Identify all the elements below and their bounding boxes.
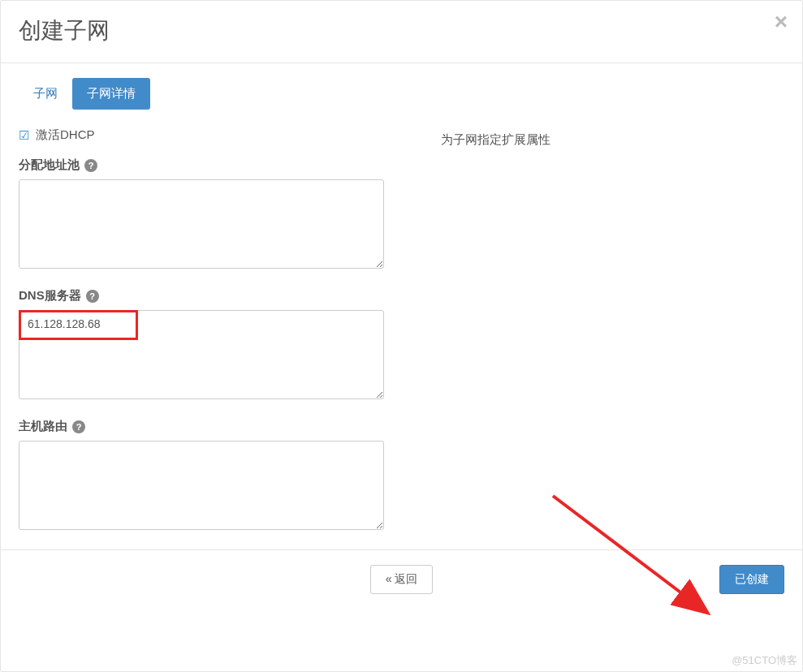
pool-label: 分配地址池 ? bbox=[19, 157, 417, 173]
form-right-column: 为子网指定扩展属性 bbox=[417, 127, 784, 549]
routes-label: 主机路由 ? bbox=[19, 419, 417, 434]
content-grid: ☑ 激活DHCP 分配地址池 ? DNS服务器 ? 主机路由 bbox=[19, 127, 784, 549]
dhcp-label: 激活DHCP bbox=[36, 127, 95, 143]
form-left-column: ☑ 激活DHCP 分配地址池 ? DNS服务器 ? 主机路由 bbox=[19, 127, 417, 549]
modal-footer: « 返回 已创建 bbox=[1, 549, 802, 609]
address-pool-textarea[interactable] bbox=[19, 179, 384, 269]
help-icon[interactable]: ? bbox=[86, 290, 99, 303]
tab-subnet[interactable]: 子网 bbox=[19, 78, 72, 110]
create-button[interactable]: 已创建 bbox=[719, 565, 784, 594]
dhcp-checkbox-row[interactable]: ☑ 激活DHCP bbox=[19, 127, 417, 143]
modal-body: 子网 子网详情 ☑ 激活DHCP 分配地址池 ? DNS服务器 ? bbox=[1, 63, 802, 549]
checkbox-checked-icon: ☑ bbox=[19, 128, 29, 143]
back-button[interactable]: « 返回 bbox=[370, 565, 434, 594]
dns-servers-textarea[interactable] bbox=[19, 310, 384, 399]
tab-subnet-details[interactable]: 子网详情 bbox=[72, 78, 150, 110]
help-icon[interactable]: ? bbox=[72, 420, 85, 433]
modal-title: 创建子网 bbox=[19, 15, 784, 46]
create-subnet-modal: 创建子网 × 子网 子网详情 ☑ 激活DHCP 分配地址池 ? DNS服务器 bbox=[0, 0, 803, 672]
help-icon[interactable]: ? bbox=[84, 159, 97, 172]
tabs: 子网 子网详情 bbox=[19, 78, 784, 110]
host-routes-textarea[interactable] bbox=[19, 441, 384, 530]
dns-label: DNS服务器 ? bbox=[19, 288, 417, 304]
watermark-text: @51CTO博客 bbox=[732, 653, 797, 668]
close-icon[interactable]: × bbox=[775, 11, 788, 33]
right-description: 为子网指定扩展属性 bbox=[441, 132, 784, 148]
dns-label-text: DNS服务器 bbox=[19, 288, 81, 304]
modal-header: 创建子网 × bbox=[1, 1, 802, 63]
pool-label-text: 分配地址池 bbox=[19, 157, 80, 173]
routes-label-text: 主机路由 bbox=[19, 419, 67, 434]
